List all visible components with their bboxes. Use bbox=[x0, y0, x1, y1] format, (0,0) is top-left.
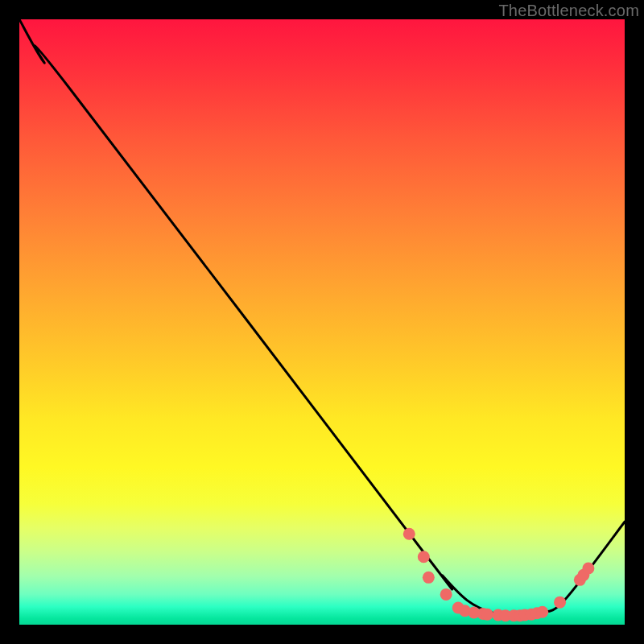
plot-area bbox=[19, 19, 625, 625]
marker-group bbox=[403, 528, 595, 622]
marker-dot bbox=[481, 609, 493, 621]
marker-dot bbox=[423, 572, 435, 584]
marker-dot bbox=[582, 563, 594, 575]
chart-stage: TheBottleneck.com bbox=[0, 0, 644, 644]
marker-dot bbox=[440, 588, 452, 601]
series-curve bbox=[19, 19, 625, 616]
marker-dot bbox=[554, 597, 566, 609]
marker-dot bbox=[403, 528, 415, 540]
marker-dot bbox=[418, 551, 430, 563]
chart-svg bbox=[19, 19, 625, 625]
marker-dot bbox=[536, 606, 548, 618]
watermark-text: TheBottleneck.com bbox=[498, 2, 639, 20]
